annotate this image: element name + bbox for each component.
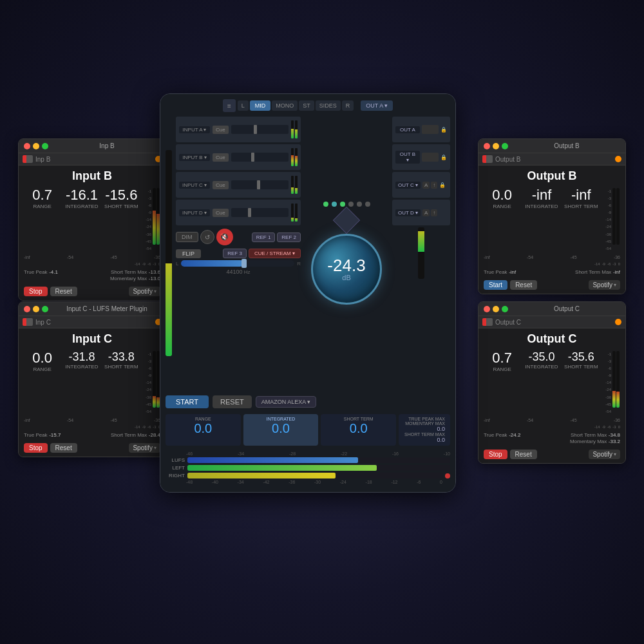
range-value-inp-c: 0.0 [24,351,61,365]
stop-btn-inp-b[interactable]: Stop [24,287,48,296]
input-strips-col: INPUT A ▾ Cue INPUT B ▾ Cue [176,117,301,390]
scale-row2-inp-c: -14-9-6-30 [24,425,160,429]
lock-a-icon[interactable]: 🔒 [440,127,447,133]
panel-input-c: Input C - LUFS Meter Plugin Inp C Input … [18,301,166,457]
lufs-bar-label: LUFS [166,457,185,463]
traffic-lights-inp-c[interactable] [24,306,48,312]
platform-select-out-c[interactable]: Spotify ▾ [589,450,620,459]
max-btn-inp-c[interactable] [42,306,48,312]
chevron-down-icon-inp-b: ▾ [154,289,156,294]
platform-btn[interactable]: AMAZON ALEXA ▾ [256,396,317,408]
reset-btn-out-c[interactable]: Reset [510,450,537,459]
out-d-ctrl1[interactable]: A [422,209,430,216]
output-strip-a: OUT A 🔒 [392,117,450,142]
stop-btn-inp-c[interactable]: Stop [24,443,48,453]
stop-btn-out-c[interactable]: Stop [484,450,507,459]
main-title-inp-c: Input C [24,332,160,346]
platform-select-inp-b[interactable]: Spotify ▾ [129,287,160,296]
controls-row-out-c: Stop Reset Spotify ▾ [484,450,620,459]
platform-select-inp-c[interactable]: Spotify ▾ [129,443,160,453]
max-btn-out-c[interactable] [502,306,508,312]
flip-btn[interactable]: FLIP [176,249,201,258]
min-btn-out-c[interactable] [493,306,499,312]
ref3-btn[interactable]: REF 3 [223,249,247,258]
tab-mid[interactable]: MID [250,100,271,111]
min-btn-inp-c[interactable] [33,306,39,312]
max-btn-inp-b[interactable] [42,143,48,149]
main-reset-btn[interactable]: RESET [213,395,252,408]
out-d-ctrl2[interactable]: ↑ [431,209,437,216]
lufs-bar-fill [187,457,358,463]
traffic-lights-out-b[interactable] [484,143,508,149]
big-knob[interactable]: -24.3 dB [311,234,382,305]
scale-row2-inp-b: -14-9-6-30 [24,262,160,266]
dot-teal [332,202,337,207]
fader-c[interactable] [231,180,289,189]
tab-sides[interactable]: SIDES [316,100,341,111]
reset-btn-inp-c[interactable]: Reset [50,443,77,453]
min-btn-inp-b[interactable] [33,143,39,149]
main-start-btn[interactable]: START [166,395,209,408]
fader-b[interactable] [231,153,289,162]
ref1-btn[interactable]: REF 1 [252,232,276,242]
meters-wrap-inp-c: 0.0 Range -31.8 Integrated -33.8 Short T… [24,351,160,429]
tab-mono[interactable]: MONO [272,100,298,111]
stmax-label-inp-c: Short Term Max [111,432,147,438]
tab-r[interactable]: R [342,100,354,111]
lock-b-icon[interactable]: 🔒 [440,155,447,160]
out-c-ctrl2[interactable]: ↑ [431,182,437,189]
platform-value-out-c: Spotify [592,451,612,458]
tab-st[interactable]: ST [299,100,314,111]
reset-btn-inp-b[interactable]: Reset [50,287,77,296]
cue-stream-btn[interactable]: CUE / STREAM ▾ [249,249,301,258]
close-btn-inp-b[interactable] [24,143,30,149]
close-btn-inp-c[interactable] [24,306,30,312]
out-c-controls: A ↑ [422,182,437,189]
vu-b-l [291,155,294,166]
true-peak-label-out-b: True Peak [484,269,507,275]
cue-btn-a[interactable]: Cue [213,126,229,134]
traffic-lights-inp-b[interactable] [24,143,48,149]
dim-btn[interactable]: DIM [176,232,198,242]
cue-btn-b[interactable]: Cue [213,153,229,162]
integrated-block-out-c: -35.0 Integrated [523,351,560,370]
routing-icon[interactable]: ≡ [223,99,236,112]
left-bar-row: LEFT [166,465,450,471]
platform-select-out-b[interactable]: Spotify ▾ [589,280,620,290]
shortterm-block-inp-b: -15.6 Short Term [103,188,140,209]
shortterm-block-out-c: -35.6 Short Term [563,351,600,370]
lock-c-icon[interactable]: 🔒 [439,182,446,188]
fader-a[interactable] [231,125,289,134]
out-a-label[interactable]: OUT A ▾ [361,100,393,111]
meters-row-inp-b: 0.7 Range -16.1 Integrated -15.6 Short T… [24,188,160,252]
close-btn-out-b[interactable] [484,143,490,149]
integrated-meas-value: 0.0 [250,421,312,436]
mono-btn[interactable]: ↺ [200,230,214,244]
tab-l[interactable]: L [238,100,249,111]
panel-output-b: Output B Output B Output B 0.0 Range -in… [478,138,626,294]
freq-display: 44100 Hz [176,269,301,275]
close-btn-out-c[interactable] [484,306,490,312]
cue-btn-c[interactable]: Cue [213,181,229,189]
main-panel-inner: ≡ L MID MONO ST SIDES R OUT A ▾ INPU [160,94,455,492]
out-c-ctrl1[interactable]: A [422,182,430,189]
fader-d[interactable] [231,208,289,217]
ref2-btn[interactable]: REF 2 [277,232,301,242]
scale-row2-out-c: -14-9-6-30 [484,425,620,429]
mute-btn[interactable]: 🔇 [216,229,233,245]
main-fader[interactable] [181,260,294,267]
mmax-label-out-c: Momentary Max [570,439,607,444]
start-btn-out-b[interactable]: Start [484,280,507,290]
max-btn-out-b[interactable] [502,143,508,149]
lufs-bars-section: -46-34-28-22-16-10 LUFS LEFT RIGHT [166,449,450,487]
title-inp-c: Input C - LUFS Meter Plugin [53,305,160,312]
lufs-bar-track [187,457,450,463]
traffic-lights-out-c[interactable] [484,306,508,312]
stmax-value-inp-c: -28.4 [149,432,160,438]
min-btn-out-b[interactable] [493,143,499,149]
main-title-out-c: Output C [484,332,620,346]
reset-btn-out-b[interactable]: Reset [510,280,537,290]
true-peak-max-label-main: TRUE PEAK MAX [404,417,445,421]
cue-btn-d[interactable]: Cue [213,209,229,217]
shortterm-block-inp-c: -33.8 Short Term [103,351,140,370]
